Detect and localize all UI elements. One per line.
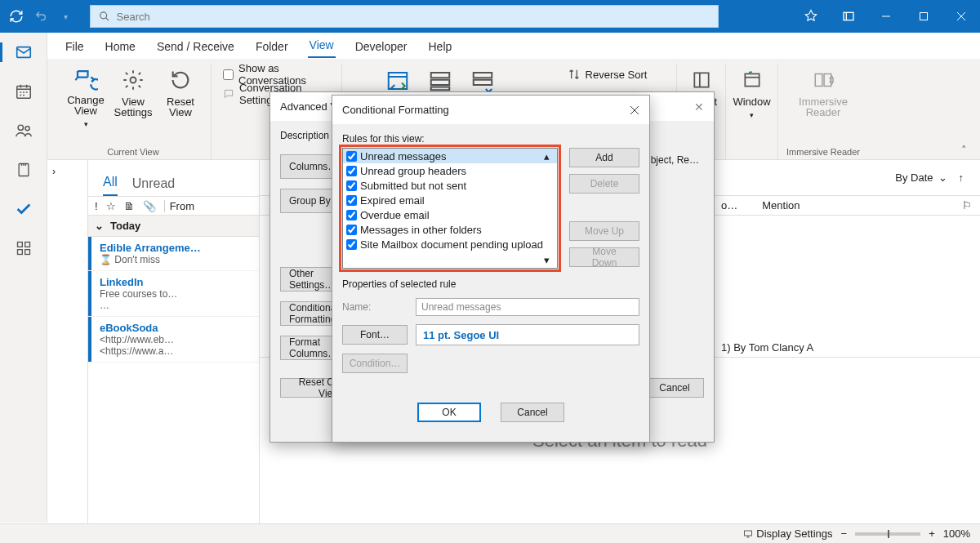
rail-notes-icon[interactable] xyxy=(11,158,37,181)
col-o[interactable]: o… xyxy=(721,199,737,211)
svg-rect-14 xyxy=(431,73,450,78)
cf-cancel-button[interactable]: Cancel xyxy=(501,403,564,422)
column-header-row: ! ☆ 🗎 📎 From xyxy=(88,196,259,216)
search-input[interactable] xyxy=(117,11,710,23)
collapse-ribbon-icon[interactable]: ˄ xyxy=(961,144,967,156)
svg-point-12 xyxy=(131,78,136,83)
chevron-down-icon: ⌄ xyxy=(95,220,104,232)
filter-all[interactable]: All xyxy=(103,175,118,196)
zoom-out[interactable]: − xyxy=(841,527,848,540)
rail-tasks-icon[interactable] xyxy=(11,198,37,220)
col-mention[interactable]: Mention xyxy=(762,199,800,211)
undo-icon[interactable] xyxy=(33,8,49,24)
change-view-button[interactable]: Change View ▾ xyxy=(64,64,108,129)
rule-item[interactable]: Submitted but not sent xyxy=(343,178,557,193)
importance-col-icon[interactable]: ! xyxy=(95,200,98,212)
display-settings[interactable]: Display Settings xyxy=(742,527,833,540)
premium-icon[interactable] xyxy=(792,0,830,33)
rule-item[interactable]: Unread group headers xyxy=(343,163,557,178)
message-item[interactable]: LinkedIn Free courses to… … xyxy=(88,271,259,317)
from-col[interactable]: From xyxy=(164,200,194,212)
rule-item[interactable]: Messages in other folders xyxy=(343,222,557,237)
rail-mail-icon[interactable] xyxy=(11,41,37,64)
rule-item[interactable]: Expired email xyxy=(343,193,557,207)
cf-movedown-button: Move Down xyxy=(569,247,639,267)
conditional-formatting-dialog: Conditional Formatting Rules for this vi… xyxy=(332,95,650,443)
detail-text: 1) By Tom Clancy A xyxy=(721,341,813,354)
minimize-button[interactable] xyxy=(867,0,905,33)
svg-rect-20 xyxy=(745,73,759,86)
qat-dropdown-icon[interactable]: ▾ xyxy=(57,8,74,24)
maximize-button[interactable] xyxy=(905,0,942,33)
view-settings-button[interactable]: View Settings xyxy=(111,64,155,129)
left-rail xyxy=(0,33,47,523)
scroll-up-icon[interactable]: ▴ xyxy=(544,150,555,162)
cf-name-field: Unread messages xyxy=(416,298,639,316)
rail-more-icon[interactable] xyxy=(11,237,37,260)
scroll-down-icon[interactable]: ▾ xyxy=(544,254,555,266)
chevron-down-icon[interactable]: ⌄ xyxy=(938,171,947,184)
reverse-sort[interactable]: Reverse Sort xyxy=(564,65,651,83)
svg-rect-16 xyxy=(431,87,450,91)
group-window: Window▾ xyxy=(726,64,778,160)
cf-close-button[interactable] xyxy=(630,105,639,115)
tab-home[interactable]: Home xyxy=(104,35,137,58)
icon-col-icon[interactable]: 🗎 xyxy=(124,200,135,212)
tab-folder[interactable]: Folder xyxy=(254,35,290,58)
svg-point-6 xyxy=(25,127,29,131)
tab-view[interactable]: View xyxy=(308,33,336,58)
rule-item[interactable]: Site Mailbox document pending upload xyxy=(343,237,557,251)
search-icon xyxy=(99,11,110,22)
tab-sendreceive[interactable]: Send / Receive xyxy=(155,35,236,58)
attach-col-icon[interactable]: 📎 xyxy=(143,200,156,212)
adv-cancel-button[interactable]: Cancel xyxy=(645,378,704,398)
adv-close-button[interactable]: ✕ xyxy=(694,100,704,113)
tab-help[interactable]: Help xyxy=(426,35,453,58)
show-as-conversations[interactable]: Show as Conversations xyxy=(220,65,333,83)
cf-props-label: Properties of selected rule xyxy=(342,278,639,290)
sort-by-date[interactable]: By Date xyxy=(895,171,933,184)
rule-item[interactable]: Overdue email xyxy=(343,207,557,222)
svg-point-0 xyxy=(100,12,107,19)
svg-rect-8 xyxy=(17,243,22,247)
reset-view-button[interactable]: Reset View xyxy=(158,64,203,129)
zoom-level: 100% xyxy=(943,527,970,540)
immersive-label: Immersive Reader xyxy=(778,147,868,157)
cf-font-button[interactable]: Font… xyxy=(342,325,408,345)
filter-unread[interactable]: Unread xyxy=(132,176,175,196)
filter-icon[interactable]: ⚐ xyxy=(962,199,972,211)
svg-rect-18 xyxy=(474,80,492,85)
expand-nav-icon[interactable]: › xyxy=(52,166,56,177)
message-list: All Unread ! ☆ 🗎 📎 From ⌄ Today Edible A… xyxy=(88,160,260,523)
tab-file[interactable]: File xyxy=(64,35,86,58)
sort-icon xyxy=(568,68,581,81)
close-button[interactable] xyxy=(942,0,980,33)
message-item[interactable]: Edible Arrangeme… ⌛ Don't miss xyxy=(88,237,259,271)
rail-calendar-icon[interactable] xyxy=(11,80,37,103)
ribbon-tabs: File Home Send / Receive Folder View Dev… xyxy=(47,33,980,59)
window-button[interactable]: Window▾ xyxy=(730,64,774,129)
group-today[interactable]: ⌄ Today xyxy=(88,216,259,237)
tab-developer[interactable]: Developer xyxy=(354,35,409,58)
cf-ok-button[interactable]: OK xyxy=(417,403,481,422)
ribbon-display-icon[interactable] xyxy=(830,0,867,33)
reminder-col-icon[interactable]: ☆ xyxy=(106,200,116,212)
cf-delete-button: Delete xyxy=(569,174,639,194)
zoom-in[interactable]: + xyxy=(929,527,935,540)
cf-condition-button: Condition… xyxy=(342,354,408,373)
cf-add-button[interactable]: Add xyxy=(569,148,639,167)
svg-rect-2 xyxy=(920,13,928,20)
immersive-reader-button: Immersive Reader xyxy=(801,64,845,129)
search-box[interactable] xyxy=(90,5,719,28)
svg-rect-9 xyxy=(24,243,29,247)
message-item[interactable]: eBookSoda <http://www.eb… <https://www.a… xyxy=(88,317,259,363)
sync-icon[interactable] xyxy=(8,8,24,24)
cf-rules-listbox[interactable]: Unread messages Unread group headers Sub… xyxy=(342,148,558,269)
show-conv-checkbox[interactable] xyxy=(223,69,234,80)
cf-rules-label: Rules for this view: xyxy=(342,133,639,145)
rail-people-icon[interactable] xyxy=(11,119,37,142)
group-current-view: Change View ▾ View Settings Reset View C… xyxy=(56,64,212,160)
rule-item[interactable]: Unread messages xyxy=(343,149,557,163)
zoom-slider[interactable] xyxy=(855,532,920,536)
sort-asc-icon[interactable]: ↑ xyxy=(959,171,964,184)
